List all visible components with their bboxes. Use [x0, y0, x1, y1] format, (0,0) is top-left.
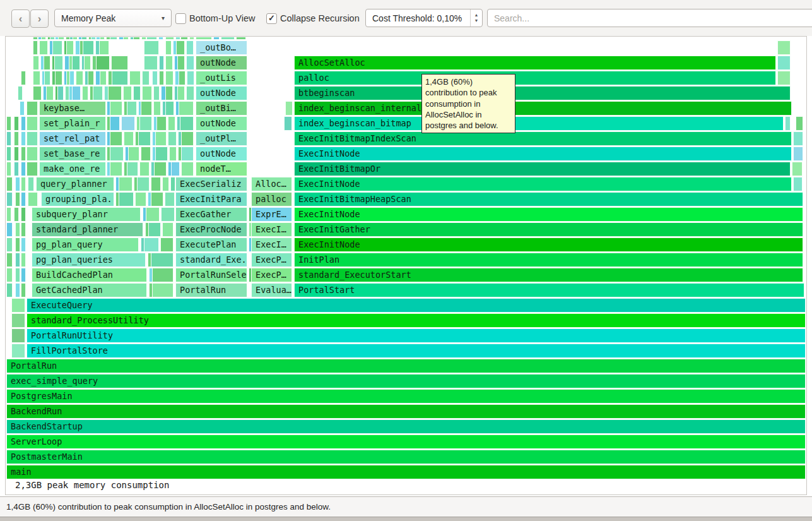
- flame-bar[interactable]: [21, 237, 26, 252]
- flame-bar[interactable]: [155, 131, 167, 146]
- flame-bar[interactable]: [123, 37, 129, 40]
- flame-bar[interactable]: [21, 147, 26, 161]
- flame-bar[interactable]: [152, 283, 174, 297]
- flame-bar[interactable]: [169, 147, 177, 161]
- flame-bar[interactable]: [21, 131, 26, 146]
- flame-bar[interactable]: [165, 86, 173, 100]
- flame-bar[interactable]: [20, 101, 25, 116]
- flame-bar[interactable]: [162, 177, 169, 191]
- flame-bar[interactable]: [14, 162, 19, 176]
- flame-bar[interactable]: palloc: [294, 71, 776, 85]
- flame-bar[interactable]: query_planner: [36, 177, 114, 191]
- flame-bar[interactable]: Evalua…: [251, 283, 292, 297]
- flame-bar[interactable]: PortalRunUtility: [26, 328, 806, 343]
- flame-bar[interactable]: PortalRun: [175, 283, 247, 297]
- flame-bar[interactable]: PortalRun: [6, 359, 806, 373]
- flame-bar[interactable]: PostgresMain: [6, 389, 806, 404]
- spinner-arrows[interactable]: ▲ ▼: [470, 9, 482, 27]
- flame-bar[interactable]: pg_plan_query: [32, 237, 139, 252]
- flame-bar[interactable]: [21, 116, 26, 131]
- flame-bar[interactable]: [21, 162, 26, 176]
- forward-button[interactable]: ›: [30, 9, 49, 28]
- flame-bar[interactable]: make_one_re: [39, 162, 106, 176]
- flame-bar[interactable]: standard_Exe.: [175, 253, 247, 267]
- spin-down-icon[interactable]: ▼: [474, 18, 479, 23]
- flame-bar[interactable]: PortalStart: [294, 283, 804, 297]
- flame-bar[interactable]: [141, 37, 146, 40]
- flame-bar[interactable]: standard_planner: [32, 222, 143, 237]
- flame-bar[interactable]: [110, 101, 122, 116]
- flame-bar[interactable]: [236, 37, 246, 40]
- flame-bar[interactable]: [187, 71, 194, 85]
- flame-bar[interactable]: [26, 116, 38, 131]
- flame-bar[interactable]: [6, 268, 13, 282]
- flame-bar[interactable]: [151, 253, 174, 267]
- flame-bar[interactable]: [119, 192, 134, 207]
- flame-bar[interactable]: [221, 37, 235, 40]
- flame-bar[interactable]: ExecuteQuery: [26, 298, 806, 313]
- flame-bar[interactable]: [33, 37, 38, 40]
- flame-bar[interactable]: [793, 131, 803, 146]
- flame-bar[interactable]: [11, 298, 25, 313]
- flame-bar[interactable]: [179, 101, 194, 116]
- flame-bar[interactable]: [93, 86, 103, 100]
- flame-bar[interactable]: [186, 56, 194, 70]
- flame-bar[interactable]: [54, 56, 63, 70]
- flame-bar[interactable]: [18, 86, 23, 100]
- flame-bar[interactable]: [44, 71, 50, 85]
- flame-bar[interactable]: [156, 116, 167, 131]
- flame-bar[interactable]: [14, 147, 19, 161]
- flame-bar[interactable]: [41, 37, 46, 40]
- flame-bar[interactable]: [21, 283, 26, 297]
- flame-bar[interactable]: [88, 71, 94, 85]
- flame-bar[interactable]: [165, 192, 175, 207]
- flame-bar[interactable]: [6, 192, 13, 207]
- flame-bar[interactable]: [123, 86, 132, 100]
- flame-bar[interactable]: [39, 40, 48, 55]
- flame-bar[interactable]: grouping_pla.: [41, 192, 114, 207]
- flame-bar[interactable]: [141, 101, 152, 116]
- flame-bar[interactable]: [152, 268, 174, 282]
- flame-bar[interactable]: [15, 237, 20, 252]
- flame-bar[interactable]: [28, 192, 38, 207]
- cost-threshold-spinbox[interactable]: Cost Threshold: 0,10% ▲ ▼: [365, 9, 483, 27]
- flame-bar[interactable]: [6, 207, 11, 222]
- flame-bar[interactable]: [110, 116, 120, 131]
- flame-bar[interactable]: [6, 131, 11, 146]
- flame-bar[interactable]: index_beginscan_internal: [294, 101, 792, 116]
- flame-bar[interactable]: nodeT…: [196, 162, 247, 176]
- flame-bar[interactable]: [69, 71, 74, 85]
- flame-bar[interactable]: [160, 237, 174, 252]
- flame-bar[interactable]: [21, 253, 26, 267]
- flame-bar[interactable]: [46, 86, 54, 100]
- flame-bar[interactable]: set_rel_pat: [39, 131, 106, 146]
- flame-bar[interactable]: [189, 37, 194, 40]
- flame-bar[interactable]: _outLis: [196, 71, 247, 85]
- flame-bar[interactable]: outNode: [196, 116, 247, 131]
- flame-bar[interactable]: [133, 37, 140, 40]
- flame-bar[interactable]: [133, 86, 141, 100]
- flame-bar[interactable]: BackendRun: [6, 404, 806, 419]
- flame-bar[interactable]: [11, 344, 25, 358]
- flame-bar[interactable]: [171, 162, 180, 176]
- flame-bar[interactable]: [165, 40, 172, 55]
- flame-bar[interactable]: [26, 162, 38, 176]
- flame-bar[interactable]: [15, 253, 20, 267]
- flame-bar[interactable]: ExecInitGather: [294, 222, 803, 237]
- flame-bar[interactable]: [153, 101, 161, 116]
- flame-bar[interactable]: ExecInitNode: [294, 207, 803, 222]
- flame-bar[interactable]: [66, 40, 74, 55]
- flame-bar[interactable]: _outPl…: [196, 131, 247, 146]
- flame-bar[interactable]: [285, 101, 293, 116]
- flame-bar[interactable]: [139, 162, 150, 176]
- flame-bar[interactable]: [144, 40, 159, 55]
- flame-bar[interactable]: [179, 71, 185, 85]
- search-input[interactable]: Search...: [487, 9, 812, 27]
- flame-bar[interactable]: [6, 177, 13, 191]
- flame-bar[interactable]: [196, 37, 212, 40]
- flame-bar[interactable]: [137, 177, 150, 191]
- flame-bar[interactable]: outNode: [196, 86, 247, 100]
- flame-bar[interactable]: [100, 71, 107, 85]
- flame-bar[interactable]: [146, 207, 160, 222]
- flame-bar[interactable]: [165, 101, 174, 116]
